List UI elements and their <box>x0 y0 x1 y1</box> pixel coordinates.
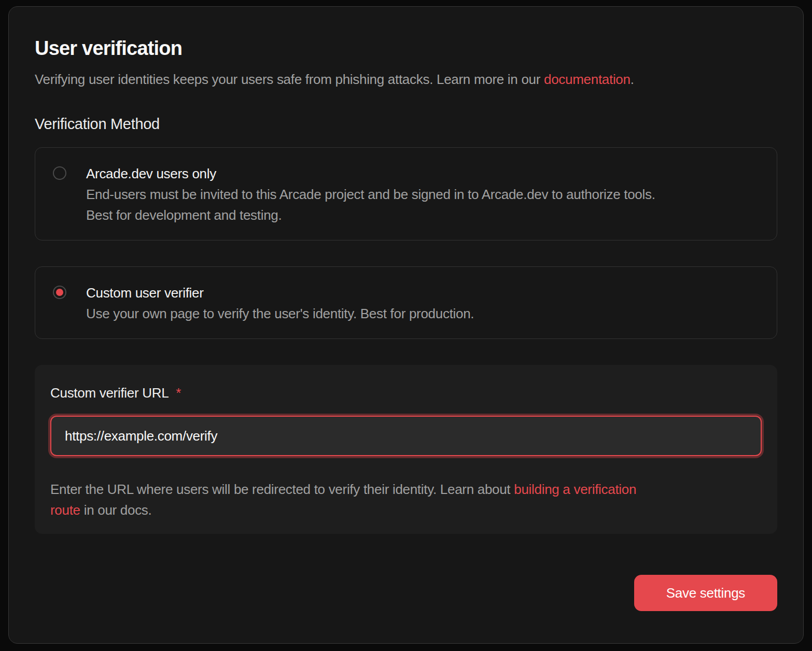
option-text: Arcade.dev users only End-users must be … <box>86 163 655 225</box>
option-text: Custom user verifier Use your own page t… <box>86 282 474 324</box>
custom-verifier-label-row: Custom verifier URL * <box>50 383 762 403</box>
custom-verifier-url-input[interactable] <box>50 416 762 456</box>
save-settings-button[interactable]: Save settings <box>634 575 777 611</box>
option-description: Use your own page to verify the user's i… <box>86 303 474 324</box>
option-custom-user-verifier[interactable]: Custom user verifier Use your own page t… <box>35 266 777 339</box>
option-label: Custom user verifier <box>86 282 474 303</box>
help-text-prefix: Enter the URL where users will be redire… <box>50 482 514 497</box>
page-description-period: . <box>631 72 634 87</box>
page-description: Verifying user identities keeps your use… <box>35 69 777 90</box>
custom-verifier-url-label: Custom verifier URL <box>50 383 169 403</box>
custom-verifier-help: Enter the URL where users will be redire… <box>50 479 762 520</box>
help-text-suffix: in our docs. <box>80 502 152 518</box>
radio-custom-user-verifier[interactable] <box>53 286 66 299</box>
link-text-line2: route <box>50 502 80 518</box>
verification-method-heading: Verification Method <box>35 115 777 133</box>
radio-arcade-dev-users-only[interactable] <box>53 166 66 180</box>
option-label: Arcade.dev users only <box>86 163 655 184</box>
user-verification-card: User verification Verifying user identit… <box>8 6 804 644</box>
page-description-text: Verifying user identities keeps your use… <box>35 72 544 87</box>
documentation-link[interactable]: documentation <box>544 72 631 87</box>
option-description: End-users must be invited to this Arcade… <box>86 184 655 225</box>
custom-verifier-panel: Custom verifier URL * Enter the URL wher… <box>35 365 777 534</box>
link-text-line1: building a verification <box>514 482 636 497</box>
page-title: User verification <box>35 37 777 60</box>
option-arcade-dev-users-only[interactable]: Arcade.dev users only End-users must be … <box>35 147 777 240</box>
required-asterisk: * <box>176 385 181 401</box>
actions-row: Save settings <box>35 575 777 611</box>
